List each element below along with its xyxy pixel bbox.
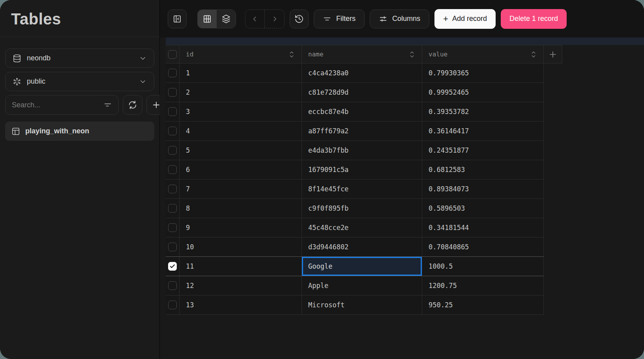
cell-value[interactable]: 950.25 — [422, 295, 544, 314]
columns-button[interactable]: Columns — [370, 9, 429, 28]
cell-id[interactable]: 2 — [180, 83, 302, 102]
cell-value[interactable]: 0.24351877 — [422, 141, 544, 160]
row-checkbox-cell — [166, 257, 180, 276]
cell-name[interactable]: e4da3b7fbb — [302, 141, 422, 160]
search-input[interactable] — [12, 101, 103, 109]
cell-name[interactable]: 8f14e45fce — [302, 180, 422, 198]
cell-value[interactable]: 0.5896503 — [422, 199, 544, 218]
table-grid-icon — [202, 14, 212, 24]
cell-id[interactable]: 10 — [180, 237, 302, 256]
column-header-name[interactable]: name — [302, 45, 422, 63]
row-checkbox[interactable] — [168, 301, 177, 309]
sort-chevrons-icon[interactable] — [530, 50, 537, 59]
cell-id[interactable]: 7 — [180, 180, 302, 198]
refresh-button[interactable] — [123, 95, 142, 115]
cell-id[interactable]: 6 — [180, 160, 302, 179]
row-checkbox-cell — [166, 199, 180, 218]
row-checkbox[interactable] — [168, 204, 177, 213]
cell-name[interactable]: c4ca4238a0 — [302, 64, 422, 82]
search-row — [5, 95, 154, 115]
cell-value[interactable]: 0.39353782 — [422, 102, 544, 121]
sidebar-item-playing-with-neon[interactable]: playing_with_neon — [5, 122, 154, 141]
row-checkbox[interactable] — [168, 281, 177, 290]
sort-chevrons-icon[interactable] — [408, 50, 416, 59]
row-checkbox-cell — [166, 237, 180, 256]
table-row: 11Google1000.5 — [166, 256, 544, 276]
add-record-button[interactable]: + Add record — [434, 9, 496, 29]
undo-button[interactable] — [245, 10, 265, 28]
add-column-button[interactable] — [544, 45, 562, 63]
redo-button[interactable] — [265, 10, 284, 28]
row-checkbox[interactable] — [168, 88, 177, 97]
row-checkbox[interactable] — [168, 69, 177, 77]
cell-name[interactable]: a87ff679a2 — [302, 122, 422, 140]
cell-id[interactable]: 8 — [180, 199, 302, 218]
collapse-sidebar-button[interactable] — [168, 9, 187, 28]
table-top-strip — [166, 37, 644, 45]
row-checkbox[interactable] — [168, 165, 177, 174]
schema-select[interactable]: public — [5, 72, 154, 91]
plus-icon — [548, 50, 558, 59]
table-row: 13Microsoft950.25 — [166, 295, 544, 315]
delete-record-button[interactable]: Delete 1 record — [501, 9, 567, 29]
row-checkbox[interactable] — [168, 107, 177, 116]
cell-id[interactable]: 4 — [180, 122, 302, 140]
chevron-left-icon — [251, 15, 259, 23]
cell-value[interactable]: 0.89384073 — [422, 180, 544, 198]
layers-view-button[interactable] — [217, 10, 236, 28]
grid-view-button[interactable] — [198, 10, 217, 28]
sort-chevrons-icon[interactable] — [288, 50, 295, 59]
select-all-checkbox[interactable] — [168, 50, 177, 59]
main-area: Filters Columns + Add record Delete 1 re… — [160, 0, 644, 359]
filters-button-label: Filters — [336, 15, 356, 23]
table-list: playing_with_neon — [5, 122, 154, 141]
cell-id[interactable]: 1 — [180, 64, 302, 82]
table-row: 61679091c5a0.6812583 — [166, 160, 544, 180]
cell-value[interactable]: 0.70840865 — [422, 237, 544, 256]
search-box[interactable] — [5, 95, 119, 115]
cell-id[interactable]: 9 — [180, 218, 302, 237]
cell-name[interactable]: Google — [302, 257, 422, 276]
schema-select-value: public — [27, 77, 139, 86]
cell-value[interactable]: 0.36146417 — [422, 122, 544, 140]
table-icon — [11, 127, 20, 136]
cell-value[interactable]: 0.99952465 — [422, 83, 544, 102]
history-button[interactable] — [290, 9, 309, 28]
filters-button[interactable]: Filters — [314, 9, 365, 28]
table-row: 2c81e728d9d0.99952465 — [166, 83, 544, 102]
chevron-down-icon — [139, 54, 147, 62]
select-all-checkbox-cell — [166, 45, 180, 63]
cell-value[interactable]: 0.6812583 — [422, 160, 544, 179]
row-checkbox[interactable] — [168, 127, 177, 135]
sidebar-header: Tables — [0, 0, 159, 37]
column-header-value[interactable]: value — [422, 45, 544, 63]
database-select[interactable]: neondb — [5, 49, 154, 68]
cell-value[interactable]: 0.34181544 — [422, 218, 544, 237]
row-checkbox[interactable] — [168, 223, 177, 232]
cell-id[interactable]: 5 — [180, 141, 302, 160]
row-checkbox[interactable] — [168, 146, 177, 155]
cell-id[interactable]: 3 — [180, 102, 302, 121]
cell-id[interactable]: 11 — [180, 257, 302, 276]
cell-name[interactable]: Apple — [302, 276, 422, 295]
cell-value[interactable]: 1000.5 — [422, 257, 544, 276]
cell-id[interactable]: 13 — [180, 295, 302, 314]
table-row: 1c4ca4238a00.79930365 — [166, 64, 544, 83]
row-checkbox[interactable] — [168, 243, 177, 251]
cell-name[interactable]: Microsoft — [302, 295, 422, 314]
row-checkbox[interactable] — [168, 262, 177, 271]
database-select-value: neondb — [27, 54, 139, 62]
cell-value[interactable]: 0.79930365 — [422, 64, 544, 82]
row-checkbox-cell — [166, 83, 180, 102]
cell-value[interactable]: 1200.75 — [422, 276, 544, 295]
cell-name[interactable]: eccbc87e4b — [302, 102, 422, 121]
cell-name[interactable]: 45c48cce2e — [302, 218, 422, 237]
cell-name[interactable]: c9f0f895fb — [302, 199, 422, 218]
row-checkbox-cell — [166, 102, 180, 121]
cell-name[interactable]: 1679091c5a — [302, 160, 422, 179]
cell-name[interactable]: c81e728d9d — [302, 83, 422, 102]
column-header-id[interactable]: id — [180, 45, 302, 63]
cell-id[interactable]: 12 — [180, 276, 302, 295]
cell-name[interactable]: d3d9446802 — [302, 237, 422, 256]
row-checkbox[interactable] — [168, 185, 177, 193]
